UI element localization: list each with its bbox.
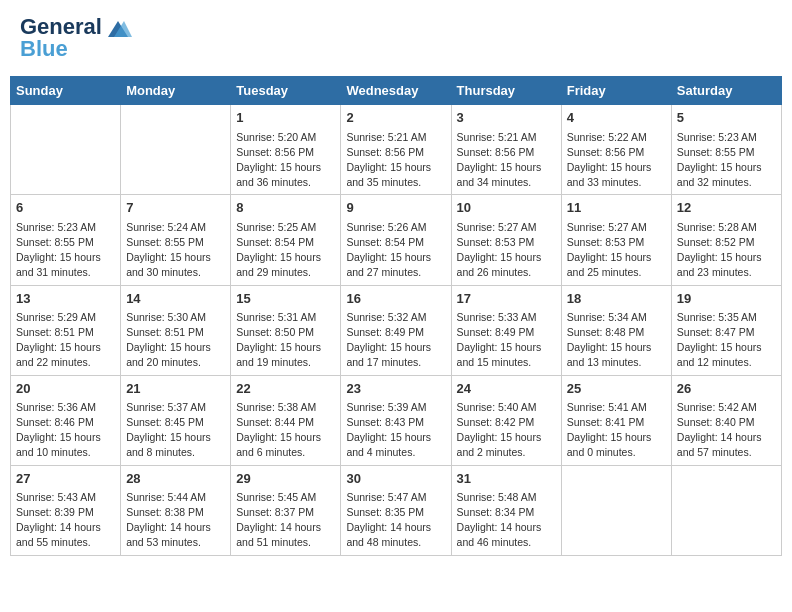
day-detail: Sunrise: 5:29 AMSunset: 8:51 PMDaylight:…	[16, 310, 115, 371]
day-detail: Sunrise: 5:45 AMSunset: 8:37 PMDaylight:…	[236, 490, 335, 551]
day-number: 18	[567, 290, 666, 308]
day-of-week-header: Sunday	[11, 77, 121, 105]
calendar-cell: 22Sunrise: 5:38 AMSunset: 8:44 PMDayligh…	[231, 375, 341, 465]
day-detail: Sunrise: 5:22 AMSunset: 8:56 PMDaylight:…	[567, 130, 666, 191]
day-number: 30	[346, 470, 445, 488]
calendar-week-row: 13Sunrise: 5:29 AMSunset: 8:51 PMDayligh…	[11, 285, 782, 375]
day-detail: Sunrise: 5:35 AMSunset: 8:47 PMDaylight:…	[677, 310, 776, 371]
day-number: 2	[346, 109, 445, 127]
calendar-cell: 25Sunrise: 5:41 AMSunset: 8:41 PMDayligh…	[561, 375, 671, 465]
calendar-cell: 8Sunrise: 5:25 AMSunset: 8:54 PMDaylight…	[231, 195, 341, 285]
day-number: 10	[457, 199, 556, 217]
calendar-cell: 7Sunrise: 5:24 AMSunset: 8:55 PMDaylight…	[121, 195, 231, 285]
day-detail: Sunrise: 5:25 AMSunset: 8:54 PMDaylight:…	[236, 220, 335, 281]
calendar-cell: 19Sunrise: 5:35 AMSunset: 8:47 PMDayligh…	[671, 285, 781, 375]
day-detail: Sunrise: 5:27 AMSunset: 8:53 PMDaylight:…	[567, 220, 666, 281]
day-detail: Sunrise: 5:21 AMSunset: 8:56 PMDaylight:…	[346, 130, 445, 191]
day-number: 21	[126, 380, 225, 398]
day-number: 9	[346, 199, 445, 217]
calendar-cell: 3Sunrise: 5:21 AMSunset: 8:56 PMDaylight…	[451, 105, 561, 195]
calendar-cell: 12Sunrise: 5:28 AMSunset: 8:52 PMDayligh…	[671, 195, 781, 285]
day-number: 29	[236, 470, 335, 488]
day-number: 25	[567, 380, 666, 398]
day-detail: Sunrise: 5:30 AMSunset: 8:51 PMDaylight:…	[126, 310, 225, 371]
calendar-cell: 11Sunrise: 5:27 AMSunset: 8:53 PMDayligh…	[561, 195, 671, 285]
day-number: 5	[677, 109, 776, 127]
day-detail: Sunrise: 5:44 AMSunset: 8:38 PMDaylight:…	[126, 490, 225, 551]
calendar-cell: 18Sunrise: 5:34 AMSunset: 8:48 PMDayligh…	[561, 285, 671, 375]
day-detail: Sunrise: 5:48 AMSunset: 8:34 PMDaylight:…	[457, 490, 556, 551]
day-number: 16	[346, 290, 445, 308]
calendar-header-row: SundayMondayTuesdayWednesdayThursdayFrid…	[11, 77, 782, 105]
day-detail: Sunrise: 5:26 AMSunset: 8:54 PMDaylight:…	[346, 220, 445, 281]
day-detail: Sunrise: 5:34 AMSunset: 8:48 PMDaylight:…	[567, 310, 666, 371]
day-of-week-header: Wednesday	[341, 77, 451, 105]
day-detail: Sunrise: 5:32 AMSunset: 8:49 PMDaylight:…	[346, 310, 445, 371]
day-number: 27	[16, 470, 115, 488]
day-detail: Sunrise: 5:37 AMSunset: 8:45 PMDaylight:…	[126, 400, 225, 461]
calendar-cell: 23Sunrise: 5:39 AMSunset: 8:43 PMDayligh…	[341, 375, 451, 465]
calendar-cell: 26Sunrise: 5:42 AMSunset: 8:40 PMDayligh…	[671, 375, 781, 465]
day-of-week-header: Thursday	[451, 77, 561, 105]
calendar-table: SundayMondayTuesdayWednesdayThursdayFrid…	[10, 76, 782, 555]
day-detail: Sunrise: 5:33 AMSunset: 8:49 PMDaylight:…	[457, 310, 556, 371]
day-of-week-header: Saturday	[671, 77, 781, 105]
day-number: 6	[16, 199, 115, 217]
page-header: General Blue	[10, 10, 782, 66]
calendar-cell: 27Sunrise: 5:43 AMSunset: 8:39 PMDayligh…	[11, 465, 121, 555]
day-detail: Sunrise: 5:39 AMSunset: 8:43 PMDaylight:…	[346, 400, 445, 461]
calendar-cell: 29Sunrise: 5:45 AMSunset: 8:37 PMDayligh…	[231, 465, 341, 555]
calendar-week-row: 6Sunrise: 5:23 AMSunset: 8:55 PMDaylight…	[11, 195, 782, 285]
day-number: 14	[126, 290, 225, 308]
logo-blue: Blue	[20, 37, 132, 61]
day-number: 15	[236, 290, 335, 308]
day-number: 26	[677, 380, 776, 398]
day-of-week-header: Monday	[121, 77, 231, 105]
calendar-cell: 2Sunrise: 5:21 AMSunset: 8:56 PMDaylight…	[341, 105, 451, 195]
day-number: 4	[567, 109, 666, 127]
day-detail: Sunrise: 5:42 AMSunset: 8:40 PMDaylight:…	[677, 400, 776, 461]
day-detail: Sunrise: 5:24 AMSunset: 8:55 PMDaylight:…	[126, 220, 225, 281]
day-number: 24	[457, 380, 556, 398]
day-number: 1	[236, 109, 335, 127]
day-number: 3	[457, 109, 556, 127]
day-detail: Sunrise: 5:36 AMSunset: 8:46 PMDaylight:…	[16, 400, 115, 461]
day-number: 7	[126, 199, 225, 217]
calendar-cell: 20Sunrise: 5:36 AMSunset: 8:46 PMDayligh…	[11, 375, 121, 465]
calendar-cell: 24Sunrise: 5:40 AMSunset: 8:42 PMDayligh…	[451, 375, 561, 465]
calendar-cell: 17Sunrise: 5:33 AMSunset: 8:49 PMDayligh…	[451, 285, 561, 375]
day-detail: Sunrise: 5:27 AMSunset: 8:53 PMDaylight:…	[457, 220, 556, 281]
day-detail: Sunrise: 5:28 AMSunset: 8:52 PMDaylight:…	[677, 220, 776, 281]
day-detail: Sunrise: 5:40 AMSunset: 8:42 PMDaylight:…	[457, 400, 556, 461]
calendar-cell: 1Sunrise: 5:20 AMSunset: 8:56 PMDaylight…	[231, 105, 341, 195]
day-number: 17	[457, 290, 556, 308]
calendar-cell	[121, 105, 231, 195]
calendar-cell: 30Sunrise: 5:47 AMSunset: 8:35 PMDayligh…	[341, 465, 451, 555]
calendar-week-row: 1Sunrise: 5:20 AMSunset: 8:56 PMDaylight…	[11, 105, 782, 195]
calendar-week-row: 27Sunrise: 5:43 AMSunset: 8:39 PMDayligh…	[11, 465, 782, 555]
calendar-cell: 5Sunrise: 5:23 AMSunset: 8:55 PMDaylight…	[671, 105, 781, 195]
calendar-cell: 6Sunrise: 5:23 AMSunset: 8:55 PMDaylight…	[11, 195, 121, 285]
day-number: 12	[677, 199, 776, 217]
calendar-cell: 13Sunrise: 5:29 AMSunset: 8:51 PMDayligh…	[11, 285, 121, 375]
day-number: 31	[457, 470, 556, 488]
day-detail: Sunrise: 5:23 AMSunset: 8:55 PMDaylight:…	[677, 130, 776, 191]
day-detail: Sunrise: 5:47 AMSunset: 8:35 PMDaylight:…	[346, 490, 445, 551]
calendar-cell: 10Sunrise: 5:27 AMSunset: 8:53 PMDayligh…	[451, 195, 561, 285]
day-number: 20	[16, 380, 115, 398]
calendar-cell	[11, 105, 121, 195]
logo-icon	[104, 19, 132, 37]
calendar-cell: 28Sunrise: 5:44 AMSunset: 8:38 PMDayligh…	[121, 465, 231, 555]
day-number: 13	[16, 290, 115, 308]
calendar-cell: 21Sunrise: 5:37 AMSunset: 8:45 PMDayligh…	[121, 375, 231, 465]
logo: General Blue	[20, 15, 132, 61]
day-detail: Sunrise: 5:31 AMSunset: 8:50 PMDaylight:…	[236, 310, 335, 371]
calendar-week-row: 20Sunrise: 5:36 AMSunset: 8:46 PMDayligh…	[11, 375, 782, 465]
day-number: 8	[236, 199, 335, 217]
day-detail: Sunrise: 5:38 AMSunset: 8:44 PMDaylight:…	[236, 400, 335, 461]
day-of-week-header: Friday	[561, 77, 671, 105]
day-number: 19	[677, 290, 776, 308]
day-of-week-header: Tuesday	[231, 77, 341, 105]
calendar-cell: 31Sunrise: 5:48 AMSunset: 8:34 PMDayligh…	[451, 465, 561, 555]
day-detail: Sunrise: 5:23 AMSunset: 8:55 PMDaylight:…	[16, 220, 115, 281]
